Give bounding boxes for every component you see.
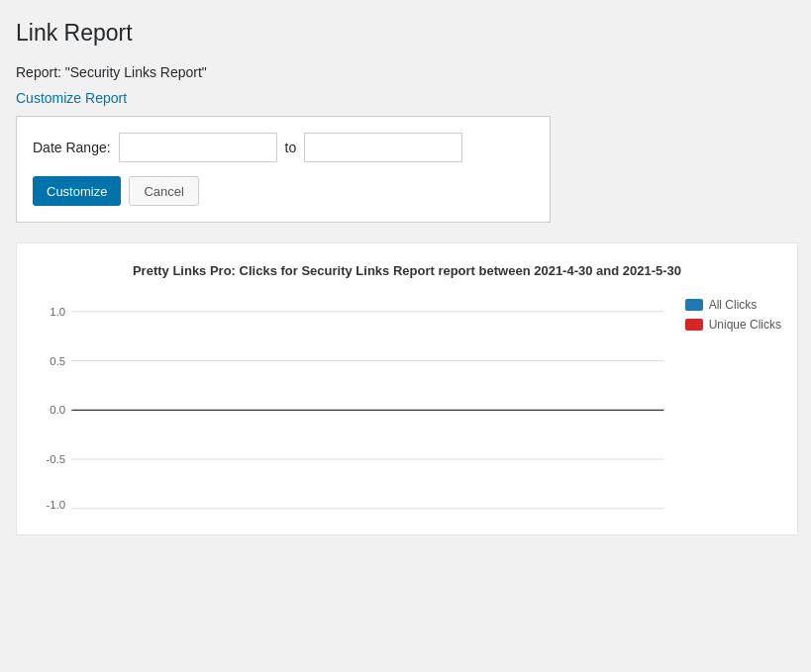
- legend-unique-clicks-label: Unique Clicks: [709, 318, 781, 332]
- customize-report-link[interactable]: Customize Report: [16, 90, 127, 106]
- cancel-button[interactable]: Cancel: [129, 176, 198, 206]
- legend-all-clicks: All Clicks: [685, 298, 781, 312]
- legend-all-clicks-color: [685, 299, 703, 311]
- chart-container: 1.0 0.5 0.0 -0.5 -1.0 iThemes Security P…: [33, 294, 781, 515]
- legend-all-clicks-label: All Clicks: [709, 298, 758, 312]
- chart-svg: 1.0 0.5 0.0 -0.5 -1.0 iThemes Security P…: [33, 294, 669, 512]
- button-row: Customize Cancel: [33, 176, 534, 206]
- page-title: Link Report: [16, 20, 795, 47]
- chart-area: 1.0 0.5 0.0 -0.5 -1.0 iThemes Security P…: [33, 294, 669, 515]
- date-range-label: Date Range:: [33, 140, 111, 155]
- report-name: Report: "Security Links Report": [16, 64, 795, 80]
- chart-section: Pretty Links Pro: Clicks for Security Li…: [16, 242, 798, 535]
- customize-button[interactable]: Customize: [33, 176, 121, 206]
- date-range-row: Date Range: to: [33, 133, 534, 162]
- customize-panel: Date Range: to Customize Cancel: [16, 116, 551, 223]
- chart-title: Pretty Links Pro: Clicks for Security Li…: [33, 263, 781, 278]
- date-to-input[interactable]: [304, 133, 462, 162]
- y-label-5: -1.0: [47, 499, 66, 511]
- chart-legend: All Clicks Unique Clicks: [685, 294, 781, 515]
- legend-unique-clicks: Unique Clicks: [685, 318, 781, 332]
- y-label-2: 0.5: [50, 355, 65, 367]
- date-to-label: to: [285, 140, 297, 155]
- y-label-3: 0.0: [50, 404, 65, 416]
- date-from-input[interactable]: [119, 133, 277, 162]
- legend-unique-clicks-color: [685, 319, 703, 331]
- y-label-1: 1.0: [50, 306, 65, 318]
- y-label-4: -0.5: [47, 453, 66, 465]
